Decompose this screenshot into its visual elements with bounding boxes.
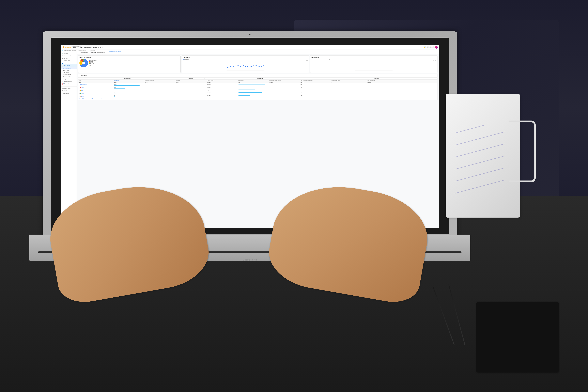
utilisateurs-dates: 3 août 10 août 17 août 24 août <box>183 71 308 72</box>
channel-name-3: Direct <box>81 90 83 91</box>
pie-legend: Organic Search Social <box>89 60 97 66</box>
other-dot <box>89 64 90 66</box>
channel-cell-3: 3. Direct <box>78 89 114 92</box>
user-avatar[interactable] <box>435 46 438 48</box>
sh-sessions: Sessions <box>188 78 193 79</box>
table-row: 3. Direct 556 <box>78 89 437 92</box>
utilisateurs-legend-dot <box>183 59 184 60</box>
edit-channels-link[interactable]: Modifier le groupe de canaux <box>108 51 121 52</box>
mug-stripe-2 <box>455 129 505 145</box>
col-header-bounce[interactable]: Taux de rebond <box>207 80 238 81</box>
users-val-3: 556 <box>114 90 144 90</box>
sidebar-sub-campagnes[interactable]: Campagnes <box>61 78 76 80</box>
logo-bar-2 <box>62 47 63 48</box>
users-val-4: 97 <box>114 92 144 94</box>
new-users-4 <box>145 92 176 95</box>
comportement-label: Comportement <box>64 80 72 82</box>
conversions-label: Conversions <box>64 83 70 84</box>
more-icon[interactable]: ⋮ <box>432 46 434 48</box>
goal-select[interactable]: Objectif 1 : Newsletter sign-in ▾ <box>90 51 107 53</box>
goals-5 <box>331 95 366 98</box>
administration-label: Administration <box>62 92 69 94</box>
users-bar-2 <box>114 88 125 88</box>
users-val-1: 5093 <box>114 84 144 85</box>
sidebar-sub-vue-ensemble[interactable]: Vue d'ensemble <box>61 67 76 69</box>
col-header-conv-rate[interactable]: Taux de conversion de l'objectif 1 <box>300 80 331 81</box>
col-header-new-users[interactable]: Nouveaux utilisateurs <box>145 80 176 81</box>
goals-4 <box>331 92 366 95</box>
sidebar-search[interactable]: 🔍 <box>61 50 76 52</box>
campagnes-label: Campagnes <box>63 78 69 80</box>
col-header-sessions[interactable]: Sessions <box>176 80 207 81</box>
users-2: 1525 <box>114 86 145 89</box>
sessions-1 <box>176 83 207 86</box>
mug-stripe-6 <box>455 178 505 194</box>
utilisateurs-title: Utilisateurs <box>183 57 308 58</box>
col-header-duration[interactable]: Durée moyenne des sessions <box>269 80 300 81</box>
duration-4 <box>269 92 300 95</box>
sidebar-item-home[interactable]: 🏠 Accueil <box>61 52 76 55</box>
channel-name-5: (Other) <box>81 96 84 97</box>
col-header-value[interactable]: Valeur de l'objectif 1 <box>366 80 402 81</box>
col-header-pages[interactable]: Pages/sess... <box>238 80 269 81</box>
notifications-icon[interactable]: 🔔 <box>424 46 426 48</box>
sidebar-item-decouvrir[interactable]: Découvrir <box>61 90 76 92</box>
ga-page-title: Copie de Toutes les données du site Web … <box>72 47 423 49</box>
filter-dimension: Dimension principale Principaux canaux ▾ <box>78 50 89 53</box>
audience-label: Audience <box>64 62 69 64</box>
sh-comportement: Comportement <box>256 78 263 79</box>
goals-1 <box>331 83 366 86</box>
grid-icon[interactable]: ⊞ <box>426 46 429 48</box>
utilisateurs-line-chart <box>183 61 308 71</box>
mug-stripe-4 <box>455 154 505 170</box>
sidebar-sub-google-ads[interactable]: Google Ads <box>61 71 76 74</box>
mug-stripe-3 <box>455 142 505 158</box>
bounce-2: 80,32 % <box>207 86 238 89</box>
dimension-value: Principaux canaux ▾ <box>79 52 88 53</box>
sidebar-sub-reseaux-sociaux[interactable]: Réseaux sociaux <box>61 76 76 78</box>
sidebar-item-attribution[interactable]: Attribution BÊTA <box>61 87 76 90</box>
sidebar-item-comportement[interactable]: 🖱 Comportement <box>61 80 76 82</box>
section-header-utilisateurs: Utilisateurs ↑ <box>78 78 177 80</box>
new-users-5 <box>145 95 176 98</box>
chart-principaux-canaux: Principaux canaux <box>78 55 180 73</box>
sidebar-sub-search-console[interactable]: Search Console <box>61 74 76 76</box>
sessions-3 <box>176 89 207 92</box>
date-3: 17 août <box>264 71 267 72</box>
sidebar-item-audience[interactable]: 👥 Audience <box>61 62 76 64</box>
laptop-screen: Acquisition Tous les comptes > ... Copie… <box>61 46 439 228</box>
col-header-goals[interactable]: Réalisation de l'objectif 1 <box>331 80 366 81</box>
goals-3 <box>331 89 366 92</box>
sidebar-item-personalisation[interactable]: ★ Personnalisation <box>61 55 76 57</box>
sidebar-item-administration[interactable]: Administration <box>61 92 76 94</box>
filter-goal: Conversion Objectif 1 : Newsletter sign-… <box>90 50 107 53</box>
principaux-canaux-title: Principaux canaux <box>80 57 179 58</box>
search-input[interactable] <box>64 50 76 51</box>
laptop-base: MacBook Air <box>30 234 470 261</box>
channel-name-4: Referral <box>81 93 84 94</box>
dimension-select[interactable]: Principaux canaux ▾ <box>78 51 89 53</box>
col-header-users[interactable]: Utilisateurs ↑ <box>114 80 145 81</box>
sidebar-item-temps-reel[interactable]: ⏱ Temps réel <box>61 59 76 62</box>
table-row: 1. Organic Search 5093 <box>78 83 437 86</box>
new-users-1 <box>145 83 176 86</box>
dimension-label: Dimension principale <box>78 50 89 51</box>
rapports-section-label: RAPPORTS <box>61 57 76 59</box>
bounce-4: 83,65 % <box>207 92 238 95</box>
search-icon: 🔍 <box>62 50 63 51</box>
pie-chart-svg <box>80 59 88 67</box>
sidebar-sub-tout-trafic[interactable]: Tout le trafic <box>61 69 76 71</box>
help-icon[interactable]: ? <box>430 46 432 48</box>
attribution-label: Attribution BÊTA <box>62 88 70 89</box>
rank-4: 4. <box>79 93 80 94</box>
conversions-dates: 3 août 10 août 17 août 24 août <box>312 70 436 71</box>
reseaux-sociaux-label: Réseaux sociaux <box>63 76 71 78</box>
sh-conversions: Conversions <box>373 78 379 79</box>
bounce-1: 82,87 % <box>207 83 238 86</box>
sidebar-item-conversions[interactable]: 🎯 Conversions <box>61 82 76 85</box>
home-icon: 🏠 <box>62 52 64 54</box>
social-label: Social <box>90 61 93 62</box>
ga-topbar-icons: 🔔 ⊞ ? ⋮ <box>424 46 438 48</box>
total-sessions: 8100 <box>176 81 207 83</box>
sidebar-item-acquisition[interactable]: 📊 Acquisition <box>61 64 76 67</box>
